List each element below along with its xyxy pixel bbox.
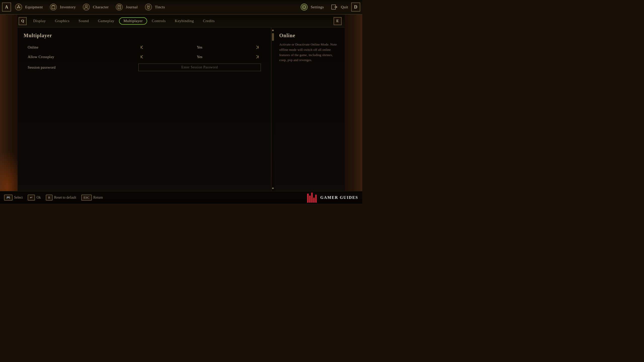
info-title: Online <box>279 33 340 38</box>
nav-item-quit[interactable]: Quit <box>327 2 351 13</box>
setting-row-password[interactable]: Session password <box>24 62 265 73</box>
tab-gameplay[interactable]: Gameplay <box>93 17 119 25</box>
bottom-action-reset: R Reset to default <box>46 195 76 201</box>
bottom-action-ok: ↵ Ok <box>28 195 41 201</box>
nav-item-tincts[interactable]: Tincts <box>141 2 168 13</box>
select-key: 🎮 <box>4 195 13 201</box>
nav-item-equipment[interactable]: Equipment <box>11 2 46 13</box>
settings-label: Settings <box>311 5 324 9</box>
right-pillar <box>345 0 362 204</box>
scrollbar-thumb[interactable] <box>272 33 274 41</box>
scroll-top-deco: ✦ <box>271 29 275 32</box>
character-label: Character <box>93 5 109 9</box>
settings-left-panel: Multiplayer Online Yes <box>18 28 271 191</box>
svg-point-0 <box>15 4 22 10</box>
top-navigation: A Equipment Inventory <box>0 0 362 15</box>
online-arrow-left[interactable] <box>138 44 145 50</box>
ok-label: Ok <box>36 196 41 200</box>
online-arrow-right[interactable] <box>254 44 261 50</box>
setting-row-online[interactable]: Online Yes <box>24 43 265 52</box>
nav-item-character[interactable]: Character <box>79 2 112 13</box>
ok-key: ↵ <box>28 195 35 201</box>
return-label: Return <box>93 196 103 200</box>
select-label: Select <box>14 196 23 200</box>
nav-item-journal[interactable]: Journal <box>112 2 141 13</box>
inventory-icon <box>49 3 58 12</box>
svg-point-11 <box>301 4 307 10</box>
crossplay-value: Yes <box>145 55 254 59</box>
online-value: Yes <box>145 45 254 50</box>
crossplay-value-area: Yes <box>138 54 261 60</box>
tab-sound[interactable]: Sound <box>74 17 93 25</box>
tab-controls[interactable]: Controls <box>147 17 170 25</box>
info-panel: Online Activate or Deactivate Online Mod… <box>274 28 345 191</box>
setting-row-crossplay[interactable]: Allow Crossplay Yes <box>24 53 265 61</box>
gg-bars-icon <box>307 193 318 203</box>
nav-key-d: D <box>351 3 360 12</box>
session-password-input[interactable] <box>138 64 261 71</box>
gamer-guides-logo: GAMER GUIDES <box>307 193 358 203</box>
equipment-label: Equipment <box>25 5 43 9</box>
journal-icon <box>115 3 124 12</box>
gg-text: GAMER GUIDES <box>320 195 358 200</box>
crossplay-arrow-left[interactable] <box>138 54 145 60</box>
svg-point-9 <box>145 4 152 10</box>
tab-key-e: E <box>334 17 342 25</box>
tab-multiplayer[interactable]: Multiplayer <box>119 17 147 25</box>
bottom-action-return: ESC Return <box>81 195 103 201</box>
character-icon <box>82 3 91 12</box>
reset-label: Reset to default <box>54 196 76 200</box>
bottom-action-select: 🎮 Select <box>4 195 23 201</box>
tab-display[interactable]: Display <box>29 17 50 25</box>
info-text: Activate or Deactivate Online Mode. Note… <box>279 42 340 63</box>
tab-key-q: Q <box>19 17 27 25</box>
scrollbar: ✦ ✦ <box>271 28 274 191</box>
nav-item-settings[interactable]: Settings <box>297 2 327 13</box>
setting-label-password: Session password <box>28 65 138 70</box>
tab-graphics[interactable]: Graphics <box>50 17 74 25</box>
password-value-area <box>138 64 261 71</box>
main-content-area: Multiplayer Online Yes <box>18 28 345 191</box>
setting-label-online: Online <box>28 45 138 50</box>
quit-icon <box>330 3 339 12</box>
nav-key-a: A <box>2 3 11 12</box>
tincts-label: Tincts <box>155 5 165 9</box>
journal-label: Journal <box>126 5 138 9</box>
settings-tab-bar: Q Display Graphics Sound Gameplay Multip… <box>18 15 345 28</box>
settings-icon <box>300 3 309 12</box>
setting-label-crossplay: Allow Crossplay <box>28 55 138 59</box>
tincts-icon <box>144 3 153 12</box>
bottom-bar: 🎮 Select ↵ Ok R Reset to default ESC Ret… <box>0 191 362 204</box>
crossplay-arrow-right[interactable] <box>254 54 261 60</box>
nav-item-inventory[interactable]: Inventory <box>46 2 79 13</box>
tab-credits[interactable]: Credits <box>198 17 219 25</box>
scroll-bottom-deco: ✦ <box>271 187 275 190</box>
reset-key: R <box>46 195 53 201</box>
return-key: ESC <box>81 195 92 201</box>
section-title-multiplayer: Multiplayer <box>24 33 265 38</box>
online-value-area: Yes <box>138 44 261 50</box>
svg-point-1 <box>50 4 57 10</box>
tab-keybinding[interactable]: Keybinding <box>170 17 198 25</box>
inventory-label: Inventory <box>60 5 76 9</box>
equipment-icon <box>14 3 23 12</box>
quit-label: Quit <box>341 5 348 9</box>
left-pillar <box>0 0 18 204</box>
